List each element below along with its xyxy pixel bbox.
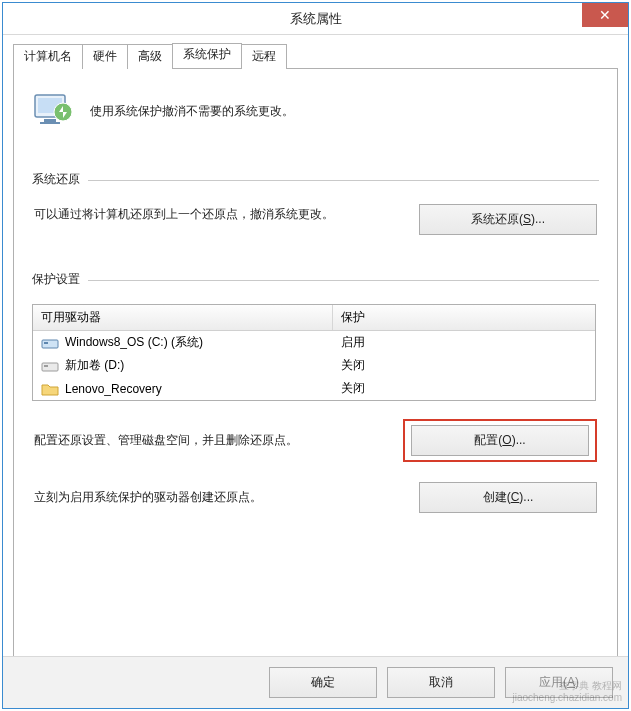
body-area: 计算机名 硬件 高级 系统保护 远程 使用系统保护撤消不需要的 bbox=[3, 35, 628, 670]
col-header-drive[interactable]: 可用驱动器 bbox=[33, 305, 333, 330]
config-highlight: 配置(O)... bbox=[403, 419, 597, 462]
drive-list-header: 可用驱动器 保护 bbox=[33, 305, 595, 331]
drive-row[interactable]: Lenovo_Recovery 关闭 bbox=[33, 377, 595, 400]
window: 系统属性 ✕ 计算机名 硬件 高级 系统保护 远程 bbox=[2, 2, 629, 709]
folder-icon bbox=[41, 382, 59, 396]
drive-name: 新加卷 (D:) bbox=[65, 357, 124, 374]
create-button[interactable]: 创建(C)... bbox=[419, 482, 597, 513]
ok-button[interactable]: 确定 bbox=[269, 667, 377, 698]
svg-rect-6 bbox=[44, 342, 48, 344]
apply-button[interactable]: 应用(A) bbox=[505, 667, 613, 698]
window-title: 系统属性 bbox=[290, 3, 342, 35]
tabpanel-system-protection: 使用系统保护撤消不需要的系统更改。 系统还原 可以通过将计算机还原到上一个还原点… bbox=[13, 68, 618, 670]
svg-rect-2 bbox=[44, 119, 56, 122]
col-header-status[interactable]: 保护 bbox=[333, 305, 595, 330]
config-row: 配置还原设置、管理磁盘空间，并且删除还原点。 配置(O)... bbox=[32, 419, 599, 462]
section-restore-label: 系统还原 bbox=[32, 171, 599, 188]
close-button[interactable]: ✕ bbox=[582, 3, 628, 27]
drive-status: 关闭 bbox=[333, 357, 595, 374]
tabstrip: 计算机名 硬件 高级 系统保护 远程 bbox=[13, 43, 618, 68]
drive-name: Lenovo_Recovery bbox=[65, 382, 162, 396]
system-restore-button[interactable]: 系统还原(S)... bbox=[419, 204, 597, 235]
bottom-bar: 确定 取消 应用(A) bbox=[3, 656, 628, 708]
svg-rect-8 bbox=[44, 365, 48, 367]
drive-status: 关闭 bbox=[333, 380, 595, 397]
config-desc: 配置还原设置、管理磁盘空间，并且删除还原点。 bbox=[34, 430, 389, 452]
restore-row: 可以通过将计算机还原到上一个还原点，撤消系统更改。 系统还原(S)... bbox=[32, 204, 599, 235]
restore-desc: 可以通过将计算机还原到上一个还原点，撤消系统更改。 bbox=[34, 204, 405, 226]
drive-row[interactable]: 新加卷 (D:) 关闭 bbox=[33, 354, 595, 377]
configure-button[interactable]: 配置(O)... bbox=[411, 425, 589, 456]
tab-system-protection[interactable]: 系统保护 bbox=[172, 43, 242, 68]
create-desc: 立刻为启用系统保护的驱动器创建还原点。 bbox=[34, 487, 405, 509]
intro-text: 使用系统保护撤消不需要的系统更改。 bbox=[90, 103, 294, 120]
close-icon: ✕ bbox=[599, 8, 611, 22]
intro-row: 使用系统保护撤消不需要的系统更改。 bbox=[32, 89, 599, 133]
cancel-button[interactable]: 取消 bbox=[387, 667, 495, 698]
tab-hardware[interactable]: 硬件 bbox=[82, 44, 128, 69]
drive-status: 启用 bbox=[333, 334, 595, 351]
svg-point-4 bbox=[54, 103, 72, 121]
drive-icon bbox=[41, 359, 59, 373]
tab-advanced[interactable]: 高级 bbox=[127, 44, 173, 69]
drive-row[interactable]: Windows8_OS (C:) (系统) 启用 bbox=[33, 331, 595, 354]
drive-icon bbox=[41, 336, 59, 350]
drive-name: Windows8_OS (C:) (系统) bbox=[65, 334, 203, 351]
system-protection-icon bbox=[32, 89, 76, 133]
titlebar: 系统属性 ✕ bbox=[3, 3, 628, 35]
create-row: 立刻为启用系统保护的驱动器创建还原点。 创建(C)... bbox=[32, 482, 599, 513]
svg-rect-3 bbox=[40, 122, 60, 124]
tab-computer-name[interactable]: 计算机名 bbox=[13, 44, 83, 69]
drive-list: 可用驱动器 保护 Windows8_OS (C:) (系统) 启用 bbox=[32, 304, 596, 401]
section-protect-label: 保护设置 bbox=[32, 271, 599, 288]
tab-remote[interactable]: 远程 bbox=[241, 44, 287, 69]
